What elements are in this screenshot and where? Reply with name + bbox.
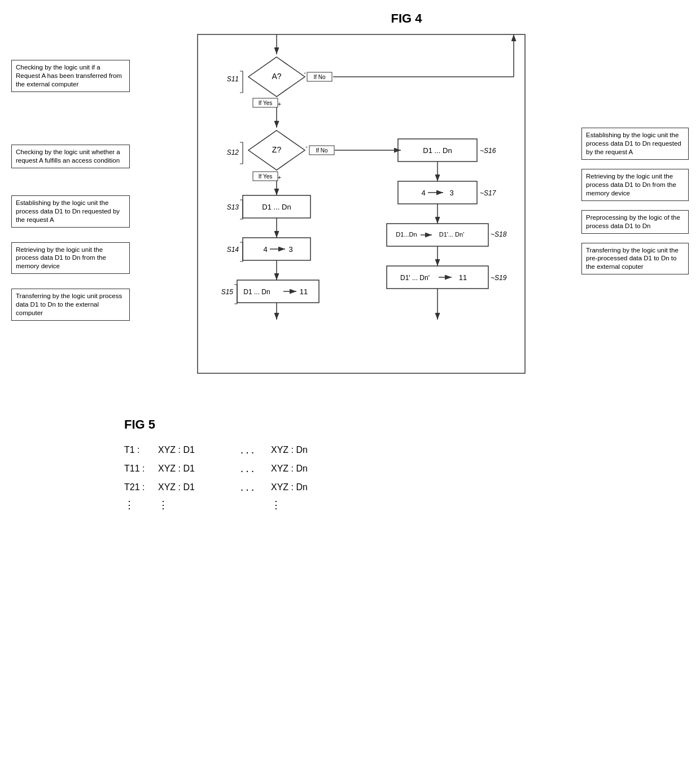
svg-text:S11: S11: [227, 75, 239, 83]
svg-text:~S17: ~S17: [480, 189, 497, 197]
s17-annotation-text: Retrieving by the logic unit the process…: [586, 173, 676, 197]
s16-annotation-box: Establishing by the logic unit the proce…: [581, 128, 689, 160]
fig5-vdots-t: ⋮: [124, 499, 158, 512]
flowchart-svg: A? S11 If Yes + If No -: [130, 32, 581, 382]
fig5-t11-xyz1: XYZ : D1: [158, 464, 226, 474]
fig5-t21-xyz1: XYZ : D1: [158, 482, 226, 492]
svg-text:-: -: [305, 143, 308, 150]
s12-annotation-text: Checking by the logic unit whether a req…: [16, 149, 120, 164]
fig5-vdots-xyz1: ⋮: [158, 499, 226, 512]
svg-text:D1...Dn: D1...Dn: [396, 231, 417, 238]
fig5-t1-xyz2: XYZ : Dn: [271, 445, 339, 455]
fig5-t21-label: T21 :: [124, 482, 158, 492]
s19-annotation-text: Transferring by the logic unit the pre-p…: [586, 247, 679, 270]
svg-text:+: +: [278, 101, 281, 107]
svg-text:+: +: [278, 174, 281, 181]
s11-annotation-text: Checking by the logic unit if a Request …: [16, 64, 122, 88]
s16-annotation-text: Establishing by the logic unit the proce…: [586, 132, 681, 155]
svg-text:S12: S12: [227, 149, 239, 156]
s13-annotation-box: Establishing by the logic unit the proce…: [11, 195, 130, 228]
fig5-section: FIG 5 T1 : XYZ : D1 ... XYZ : Dn T11 : X…: [11, 417, 689, 512]
right-annotations: Establishing by the logic unit the proce…: [581, 32, 689, 383]
fig5-vdots-xyz2: ⋮: [271, 499, 339, 512]
svg-text:~S19: ~S19: [491, 274, 507, 282]
svg-text:If No: If No: [313, 74, 326, 80]
svg-text:-: -: [304, 69, 306, 76]
s11-annotation-box: Checking by the logic unit if a Request …: [11, 60, 130, 92]
s18-annotation-text: Preprocessing by the logic of the proces…: [586, 214, 680, 229]
svg-text:11: 11: [300, 287, 308, 296]
svg-text:D1 ... Dn: D1 ... Dn: [423, 146, 452, 155]
page: FIG 4 Checking by the logic unit if a Re…: [0, 0, 700, 768]
fig5-t21-dots: ...: [226, 481, 271, 494]
svg-text:If Yes: If Yes: [259, 173, 272, 180]
fig5-row-t1: T1 : XYZ : D1 ... XYZ : Dn: [124, 443, 689, 456]
svg-text:Z?: Z?: [272, 145, 282, 154]
s14-annotation-box: Retrieving by the logic unit the process…: [11, 242, 130, 274]
fig4-container: Checking by the logic unit if a Request …: [11, 32, 689, 383]
svg-text:3: 3: [288, 245, 292, 254]
fig5-t1-dots: ...: [226, 443, 271, 456]
left-annotations: Checking by the logic unit if a Request …: [11, 32, 130, 383]
svg-text:D1'... Dn': D1'... Dn': [439, 231, 465, 238]
fig5-t21-xyz2: XYZ : Dn: [271, 482, 339, 492]
fig4-title: FIG 4: [124, 11, 689, 26]
svg-text:S15: S15: [221, 288, 234, 296]
svg-text:D1 ... Dn: D1 ... Dn: [243, 288, 270, 296]
fig5-t11-label: T11 :: [124, 464, 158, 474]
s12-annotation-box: Checking by the logic unit whether a req…: [11, 145, 130, 168]
svg-text:~S16: ~S16: [480, 147, 496, 155]
svg-text:D1 ... Dn: D1 ... Dn: [262, 203, 291, 211]
s18-annotation-box: Preprocessing by the logic of the proces…: [581, 210, 689, 234]
svg-text:4: 4: [421, 189, 425, 197]
fig5-t11-dots: ...: [226, 462, 271, 475]
svg-text:If No: If No: [316, 147, 328, 154]
svg-text:3: 3: [449, 189, 453, 197]
svg-text:A?: A?: [272, 72, 281, 81]
svg-text:D1' ... Dn': D1' ... Dn': [400, 274, 430, 282]
fig5-row-t21: T21 : XYZ : D1 ... XYZ : Dn: [124, 481, 689, 494]
s15-annotation-box: Transferring by the logic unit process d…: [11, 289, 130, 321]
svg-text:If Yes: If Yes: [259, 100, 272, 106]
svg-text:S14: S14: [227, 246, 239, 254]
fig5-table: T1 : XYZ : D1 ... XYZ : Dn T11 : XYZ : D…: [124, 443, 689, 512]
s19-annotation-box: Transferring by the logic unit the pre-p…: [581, 243, 689, 275]
fig5-row-t11: T11 : XYZ : D1 ... XYZ : Dn: [124, 462, 689, 475]
fig5-t1-label: T1 :: [124, 445, 158, 455]
fig5-t11-xyz2: XYZ : Dn: [271, 464, 339, 474]
svg-text:4: 4: [263, 245, 267, 254]
fig5-t1-xyz1: XYZ : D1: [158, 445, 226, 455]
s14-annotation-text: Retrieving by the logic unit the process…: [16, 246, 106, 270]
fig5-row-vdots: ⋮ ⋮ ⋮: [124, 499, 689, 512]
svg-text:S13: S13: [227, 203, 239, 211]
flowchart-area: A? S11 If Yes + If No -: [130, 32, 581, 383]
fig5-title: FIG 5: [124, 417, 689, 432]
s17-annotation-box: Retrieving by the logic unit the process…: [581, 169, 689, 201]
svg-text:11: 11: [459, 273, 467, 282]
s15-annotation-text: Transferring by the logic unit process d…: [16, 293, 122, 316]
s13-annotation-text: Establishing by the logic unit the proce…: [16, 199, 120, 223]
svg-text:~S18: ~S18: [491, 230, 507, 238]
